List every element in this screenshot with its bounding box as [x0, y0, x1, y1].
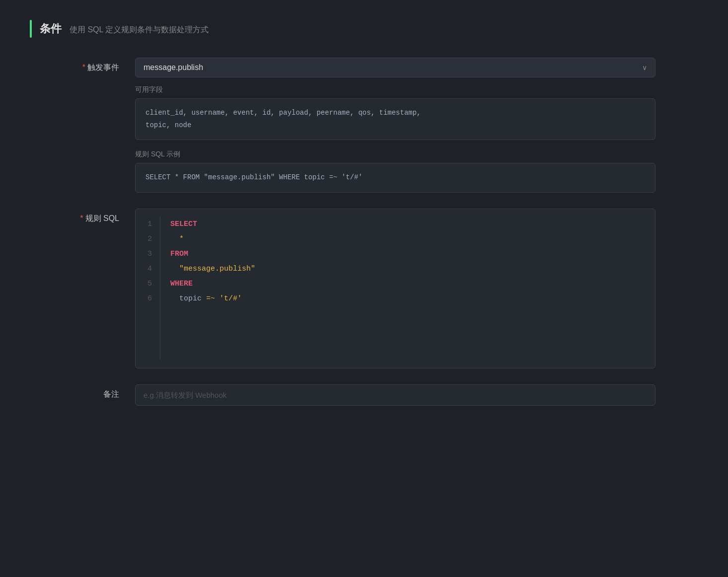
sql-example-section: 规则 SQL 示例 SELECT * FROM "message.publish…: [135, 150, 655, 192]
available-fields-section: 可用字段 client_id, username, event, id, pay…: [135, 85, 655, 140]
trigger-event-content: message.publish ∨ 可用字段 client_id, userna…: [135, 58, 655, 193]
note-label: 备注: [60, 384, 119, 400]
required-star-trigger: *: [82, 63, 85, 72]
sql-example-content: SELECT * FROM "message.publish" WHERE to…: [135, 163, 655, 192]
rule-sql-content: 1 2 3 4 5 6 SELECT * FROM "message.publi…: [135, 209, 655, 368]
note-row: 备注: [60, 384, 655, 406]
line-num-5: 5: [144, 277, 152, 291]
trigger-event-select[interactable]: message.publish ∨: [135, 58, 655, 77]
code-lines: SELECT * FROM "message.publish" WHERE to…: [160, 217, 655, 360]
kw-star: *: [179, 235, 184, 243]
sql-example-text: SELECT * FROM "message.publish" WHERE to…: [146, 173, 363, 181]
trigger-event-value: message.publish: [144, 63, 203, 72]
code-line-4: "message.publish": [170, 262, 645, 277]
kw-from: FROM: [170, 250, 188, 258]
line-num-1: 1: [144, 217, 152, 232]
trigger-event-label: *触发事件: [60, 58, 119, 73]
kw-field-topic: topic: [179, 294, 206, 303]
required-star-sql: *: [80, 214, 83, 222]
kw-op-match: =~: [206, 294, 215, 303]
available-fields-content: client_id, username, event, id, payload,…: [135, 98, 655, 140]
code-editor-inner: 1 2 3 4 5 6 SELECT * FROM "message.publi…: [136, 209, 655, 368]
available-fields-text: client_id, username, event, id, payload,…: [146, 109, 421, 129]
section-title: 条件: [40, 21, 62, 36]
code-line-6: topic =~ 't/#': [170, 291, 645, 306]
line-numbers: 1 2 3 4 5 6: [136, 217, 160, 360]
kw-value-topic-pattern: 't/#': [215, 294, 242, 303]
kw-string-message-publish: "message.publish": [179, 265, 255, 273]
section-bar: [30, 20, 32, 38]
kw-select: SELECT: [170, 220, 197, 228]
chevron-down-icon: ∨: [642, 64, 647, 72]
line-num-6: 6: [144, 291, 152, 306]
section-subtitle: 使用 SQL 定义规则条件与数据处理方式: [70, 25, 209, 35]
code-editor[interactable]: 1 2 3 4 5 6 SELECT * FROM "message.publi…: [135, 209, 655, 368]
form-area: *触发事件 message.publish ∨ 可用字段 client_id, …: [60, 58, 655, 406]
line-num-3: 3: [144, 247, 152, 262]
line-num-2: 2: [144, 232, 152, 247]
code-line-5: WHERE: [170, 277, 645, 291]
section-header: 条件 使用 SQL 定义规则条件与数据处理方式: [30, 20, 698, 38]
trigger-event-row: *触发事件 message.publish ∨ 可用字段 client_id, …: [60, 58, 655, 193]
rule-sql-row: *规则 SQL 1 2 3 4 5 6 SELECT * FR: [60, 209, 655, 368]
note-input[interactable]: [135, 384, 655, 406]
rule-sql-label: *规则 SQL: [60, 209, 119, 224]
code-line-2: *: [170, 232, 645, 247]
note-content: [135, 384, 655, 406]
code-line-1: SELECT: [170, 217, 645, 232]
available-fields-label: 可用字段: [135, 85, 655, 94]
code-line-3: FROM: [170, 247, 645, 262]
line-num-4: 4: [144, 262, 152, 277]
sql-example-label: 规则 SQL 示例: [135, 150, 655, 159]
kw-where: WHERE: [170, 280, 193, 288]
